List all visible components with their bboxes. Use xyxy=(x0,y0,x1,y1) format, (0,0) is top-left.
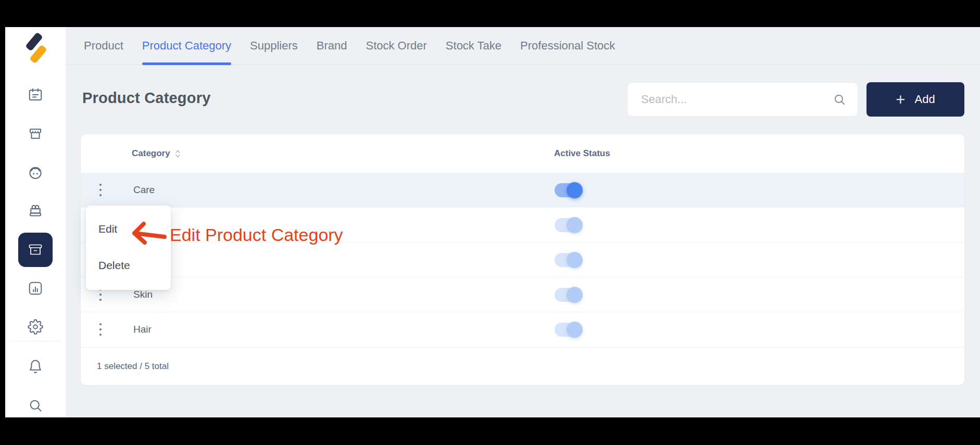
active-toggle[interactable] xyxy=(555,323,582,337)
sidebar-item-services[interactable] xyxy=(23,198,48,223)
search-box xyxy=(627,82,858,117)
menu-item-delete[interactable]: Delete xyxy=(86,247,171,284)
active-toggle[interactable] xyxy=(555,288,582,302)
tab-professional-stock[interactable]: Professional Stock xyxy=(520,27,615,65)
nav-tabs: ProductProduct CategorySuppliersBrandSto… xyxy=(66,27,980,65)
tab-suppliers[interactable]: Suppliers xyxy=(250,27,298,65)
tab-product-category[interactable]: Product Category xyxy=(142,27,231,65)
client-face-icon xyxy=(28,164,43,180)
sidebar-item-calendar[interactable] xyxy=(23,82,48,107)
toggle-knob xyxy=(567,182,583,198)
table-row[interactable]: Hair xyxy=(81,312,964,347)
column-header-active-status: Active Status xyxy=(554,148,610,159)
row-context-menu: Edit Delete xyxy=(86,206,171,290)
app-window: ProductProduct CategorySuppliersBrandSto… xyxy=(5,27,980,417)
calendar-icon xyxy=(28,87,43,103)
row-actions-kebab-icon[interactable] xyxy=(93,180,108,200)
annotation-arrow-icon xyxy=(131,221,167,245)
active-toggle[interactable] xyxy=(555,218,582,232)
sidebar-item-search[interactable] xyxy=(23,393,48,418)
store-icon xyxy=(28,126,43,142)
notifications-bell-icon xyxy=(28,359,43,375)
search-icon[interactable] xyxy=(833,93,846,106)
sidebar-item-reports[interactable] xyxy=(23,276,48,301)
sidebar-item-notifications[interactable] xyxy=(23,354,48,379)
search-input[interactable] xyxy=(627,93,833,106)
toggle-knob xyxy=(567,252,583,268)
table-row[interactable] xyxy=(81,242,964,277)
settings-gear-icon xyxy=(28,319,43,335)
plus-icon: + xyxy=(896,92,905,108)
sidebar-search-icon xyxy=(28,398,43,413)
main-content: ProductProduct CategorySuppliersBrandSto… xyxy=(66,27,980,417)
category-column-label: Category xyxy=(132,148,170,159)
table-row[interactable]: Skin xyxy=(81,277,964,312)
sidebar-item-settings[interactable] xyxy=(23,314,48,339)
sort-icon[interactable] xyxy=(175,149,181,158)
stock-archive-icon xyxy=(27,241,44,258)
column-header-category[interactable]: Category xyxy=(132,148,181,159)
active-toggle[interactable] xyxy=(555,183,582,197)
table-header: Category Active Status xyxy=(81,134,964,173)
table-row[interactable]: Care xyxy=(81,173,964,207)
sidebar-item-store[interactable] xyxy=(23,121,48,146)
row-category: Care xyxy=(133,184,155,196)
reports-chart-icon xyxy=(28,281,43,296)
toggle-knob xyxy=(567,287,583,303)
table-body: Care Skin xyxy=(81,173,964,347)
page-title: Product Category xyxy=(82,90,211,107)
sidebar-item-stock-active[interactable] xyxy=(18,233,53,267)
active-toggle[interactable] xyxy=(555,253,582,267)
row-actions-kebab-icon[interactable] xyxy=(93,319,108,340)
tab-stock-order[interactable]: Stock Order xyxy=(366,27,426,65)
add-button[interactable]: + Add xyxy=(866,82,964,117)
gift-icon xyxy=(28,203,43,219)
tab-brand[interactable]: Brand xyxy=(317,27,347,65)
tab-stock-take[interactable]: Stock Take xyxy=(446,27,501,65)
tab-product[interactable]: Product xyxy=(84,27,123,65)
brand-logo xyxy=(21,32,49,63)
sidebar xyxy=(5,27,66,417)
brand-logo-icon xyxy=(21,32,49,63)
toggle-knob xyxy=(567,322,583,338)
add-button-label: Add xyxy=(914,93,935,106)
sidebar-item-clients[interactable] xyxy=(23,160,48,185)
toggle-knob xyxy=(567,217,583,233)
table-footer: 1 selected / 5 total xyxy=(81,347,964,385)
row-category: Hair xyxy=(133,324,152,335)
product-category-table: Category Active Status Care xyxy=(81,134,964,385)
sidebar-divider xyxy=(9,341,61,341)
selection-summary: 1 selected / 5 total xyxy=(97,361,169,372)
row-category: Skin xyxy=(133,289,153,300)
annotation-text: Edit Product Category xyxy=(170,223,343,247)
